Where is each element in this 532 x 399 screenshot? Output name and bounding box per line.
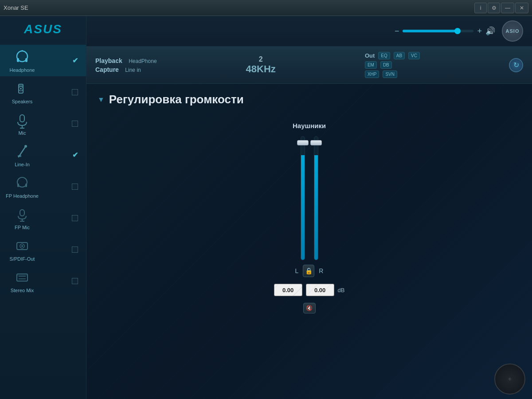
watermark-circle: ©	[494, 364, 525, 395]
info-right: Out EQ AB VC EM DB XHP SVN	[365, 52, 420, 78]
speakers-icon	[13, 80, 31, 98]
right-slider-fill	[314, 155, 318, 260]
volume-control-bar: − + 🔊	[395, 26, 495, 36]
fp-headphone-checkbox[interactable]	[72, 184, 78, 190]
svg-rect-2	[25, 58, 27, 62]
sidebar-item-fp-headphone[interactable]: FP Headphone	[0, 171, 86, 202]
headphone-icon	[13, 48, 31, 66]
sidebar: ASUS Headphone ✔	[0, 16, 86, 399]
sidebar-item-spdif[interactable]: S/PDIF-Out	[0, 234, 86, 265]
volume-minus[interactable]: −	[395, 27, 399, 36]
spdif-icon	[13, 237, 31, 255]
sidebar-item-fp-mic[interactable]: FP Mic	[0, 202, 86, 234]
info-center: 2 48KHz	[246, 55, 276, 75]
sidebar-item-line-in[interactable]: Line-In ✔	[0, 139, 86, 171]
volume-slider-thumb[interactable]	[454, 28, 461, 34]
close-button[interactable]: ✕	[515, 3, 528, 13]
mute-button[interactable]: 🔇	[303, 303, 316, 313]
naushniki-channel-group: Наушники	[274, 122, 345, 313]
settings-button[interactable]: ⚙	[488, 3, 500, 13]
window-controls: i ⚙ — ✕	[474, 3, 528, 13]
svg-rect-16	[25, 184, 27, 187]
section-title: ▼ Регулировка громкости	[86, 84, 532, 113]
svg-rect-17	[20, 210, 24, 216]
watermark: ©	[494, 364, 525, 395]
left-slider-thumb[interactable]	[297, 140, 309, 145]
info-left: Playback HeadPhone Capture Line in	[95, 57, 157, 74]
badge-svn[interactable]: SVN	[383, 70, 397, 78]
svg-rect-8	[20, 115, 24, 122]
badge-db[interactable]: DB	[380, 61, 392, 69]
fp-mic-checkbox[interactable]	[72, 215, 78, 221]
svg-rect-7	[19, 85, 23, 86]
volume-slider-track[interactable]	[403, 30, 473, 32]
sidebar-item-mic[interactable]: Mic	[0, 108, 86, 139]
badge-vc[interactable]: VC	[408, 52, 420, 59]
sliders-row	[301, 136, 318, 260]
spdif-checkbox[interactable]	[72, 246, 78, 253]
badge-xhp[interactable]: XHP	[365, 70, 379, 78]
stereo-mix-checkbox[interactable]	[72, 278, 78, 284]
sidebar-item-stereo-mix[interactable]: Stereo Mix	[0, 265, 86, 297]
svg-rect-15	[17, 184, 19, 187]
volume-sliders-area: Наушники	[86, 113, 532, 327]
out-row: Out EQ AB VC	[365, 52, 420, 59]
fp-headphone-icon	[13, 174, 31, 192]
capture-row: Capture Line in	[95, 66, 157, 74]
db-row: dB	[274, 284, 345, 296]
info-bar: Playback HeadPhone Capture Line in 2 48K…	[86, 47, 532, 84]
sidebar-item-speakers[interactable]: Speakers	[0, 76, 86, 108]
line-in-icon	[13, 143, 31, 160]
mic-icon	[13, 111, 31, 129]
left-slider-container	[301, 136, 305, 260]
info-button[interactable]: i	[474, 3, 487, 13]
volume-plus[interactable]: +	[477, 27, 482, 36]
stereo-mix-icon	[13, 269, 31, 286]
playback-row: Playback HeadPhone	[95, 57, 157, 65]
minimize-button[interactable]: —	[501, 3, 514, 13]
main-content-area: ▼ Регулировка громкости Наушники	[86, 84, 532, 399]
speakers-checkbox[interactable]	[72, 89, 78, 95]
out-row-3: XHP SVN	[365, 70, 420, 78]
left-slider-fill	[301, 155, 305, 260]
lock-button[interactable]: 🔒	[303, 265, 314, 277]
content-area: − + 🔊 ASIO Playback HeadPhone Capt	[86, 16, 532, 399]
badge-ab[interactable]: AB	[394, 52, 405, 59]
svg-point-6	[20, 88, 22, 90]
top-control-bar: − + 🔊 ASIO	[86, 16, 532, 47]
right-slider-container	[314, 136, 318, 260]
sidebar-item-headphone[interactable]: Headphone ✔	[0, 45, 86, 76]
asus-logo: ASUS	[16, 20, 70, 38]
svg-point-22	[21, 245, 23, 247]
fp-mic-icon	[13, 206, 31, 223]
titlebar: Xonar SE i ⚙ — ✕	[0, 0, 532, 16]
main-container: ASUS Headphone ✔	[0, 16, 532, 399]
right-slider-thumb[interactable]	[310, 140, 322, 145]
mic-checkbox[interactable]	[72, 121, 78, 127]
badge-em[interactable]: EM	[365, 61, 377, 69]
left-slider-track[interactable]	[301, 136, 305, 260]
svg-rect-26	[17, 275, 27, 276]
right-slider-track[interactable]	[314, 136, 318, 260]
svg-rect-13	[18, 155, 21, 157]
badge-eq[interactable]: EQ	[378, 52, 390, 59]
right-db-input[interactable]	[306, 284, 334, 296]
svg-point-12	[24, 145, 27, 148]
volume-slider-fill	[403, 30, 456, 32]
volume-icon[interactable]: 🔊	[485, 26, 495, 36]
svg-rect-1	[17, 58, 19, 62]
asio-button[interactable]: ASIO	[502, 20, 523, 42]
lr-row: L 🔒 R	[295, 265, 324, 277]
out-row-2: EM DB	[365, 61, 420, 69]
window-title: Xonar SE	[4, 4, 28, 11]
left-db-input[interactable]	[274, 284, 302, 296]
rotate-button[interactable]: ↻	[509, 58, 523, 72]
